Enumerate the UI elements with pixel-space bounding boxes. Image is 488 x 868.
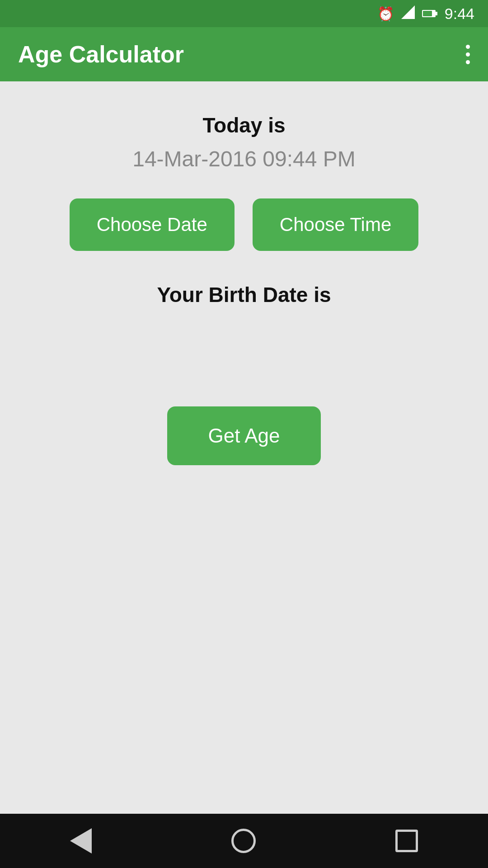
recents-button[interactable]: [377, 825, 436, 857]
back-button[interactable]: [52, 824, 110, 858]
recents-icon: [395, 830, 418, 852]
svg-rect-3: [423, 11, 432, 16]
back-icon: [70, 828, 92, 854]
get-age-button[interactable]: Get Age: [167, 406, 320, 465]
home-icon: [231, 829, 256, 853]
more-options-button[interactable]: [466, 45, 470, 64]
signal-icon: [401, 5, 415, 22]
dot2: [466, 52, 470, 57]
status-bar: ⏰ 9:44: [0, 0, 488, 27]
dot3: [466, 60, 470, 64]
date-time-button-row: Choose Date Choose Time: [70, 198, 419, 251]
main-content: Today is 14-Mar-2016 09:44 PM Choose Dat…: [0, 81, 488, 814]
today-label: Today is: [202, 113, 285, 137]
dot1: [466, 45, 470, 49]
choose-date-button[interactable]: Choose Date: [70, 198, 235, 251]
today-date-value: 14-Mar-2016 09:44 PM: [132, 146, 356, 171]
home-button[interactable]: [213, 824, 274, 858]
alarm-icon: ⏰: [377, 6, 394, 22]
battery-icon: [422, 6, 437, 21]
choose-time-button[interactable]: Choose Time: [253, 198, 418, 251]
status-icons: ⏰ 9:44: [377, 5, 474, 23]
nav-bar: [0, 814, 488, 868]
svg-rect-2: [436, 12, 437, 15]
birth-date-label: Your Birth Date is: [157, 283, 331, 307]
status-time: 9:44: [445, 5, 474, 23]
app-title: Age Calculator: [18, 41, 184, 68]
svg-marker-0: [401, 5, 415, 19]
app-bar: Age Calculator: [0, 27, 488, 81]
